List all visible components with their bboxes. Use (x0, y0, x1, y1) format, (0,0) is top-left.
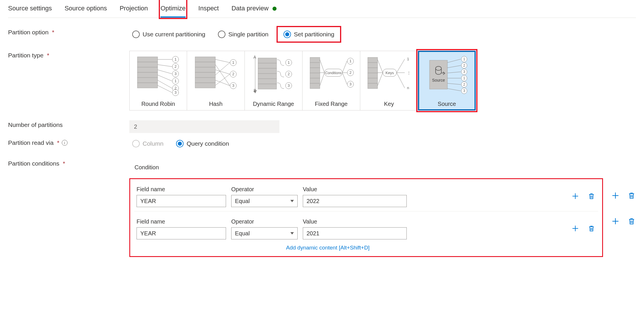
card-round-robin[interactable]: 123 123 Round Robin (129, 51, 187, 110)
card-hash[interactable]: 123 Hash (187, 51, 245, 110)
select-value: Equal (235, 230, 250, 237)
svg-rect-46 (258, 58, 277, 63)
info-icon[interactable]: i (62, 140, 68, 146)
tab-source-settings[interactable]: Source settings (8, 1, 52, 17)
label-number-of-partitions: Number of partitions (8, 120, 129, 128)
svg-rect-4 (137, 78, 158, 83)
radio-label: Use current partitioning (143, 31, 205, 38)
delete-clause-button[interactable] (587, 224, 596, 233)
col-header-value: Value (303, 218, 407, 225)
radio-circle-icon (176, 140, 184, 147)
svg-text:1: 1 (232, 60, 234, 65)
svg-line-64 (320, 60, 324, 73)
col-header-field-name: Field name (137, 218, 226, 225)
status-dot-icon (272, 7, 277, 11)
card-illustration: 123 123 (130, 51, 187, 98)
add-clause-button[interactable] (571, 192, 580, 200)
svg-line-87 (397, 59, 405, 73)
col-header-operator: Operator (231, 186, 298, 193)
svg-line-84 (378, 60, 383, 73)
svg-text:1: 1 (407, 57, 409, 61)
partition-read-via-group: Column Query condition (129, 138, 232, 149)
radio-circle-icon (283, 31, 291, 38)
card-key[interactable]: Keys 1⋮n Key (360, 51, 418, 110)
svg-rect-28 (195, 78, 215, 83)
svg-text:2: 2 (174, 64, 176, 69)
svg-text:A: A (253, 55, 256, 59)
svg-rect-5 (137, 83, 158, 88)
svg-rect-24 (195, 57, 215, 62)
svg-rect-47 (258, 63, 277, 68)
card-fixed-range[interactable]: Conditions 123 Fixed Range (303, 51, 360, 110)
delete-condition-button[interactable] (627, 217, 636, 226)
input-value: YEAR (140, 198, 156, 204)
card-source[interactable]: Source 123 123 (418, 51, 476, 110)
add-clause-button[interactable] (571, 224, 580, 233)
card-illustration: AZ 123 (245, 51, 302, 98)
svg-line-10 (158, 80, 172, 88)
svg-line-11 (158, 85, 172, 93)
tab-label: Data preview (232, 5, 268, 12)
delete-condition-button[interactable] (627, 191, 636, 200)
svg-rect-81 (368, 73, 378, 78)
required-marker: * (63, 160, 65, 167)
value-input[interactable]: 2022 (303, 195, 407, 207)
radio-query-condition[interactable]: Query condition (173, 138, 232, 149)
add-condition-button[interactable] (611, 191, 620, 200)
input-value: 2 (134, 123, 137, 130)
radio-label: Column (143, 140, 163, 147)
label-text: Partition read via (8, 139, 54, 146)
svg-line-67 (342, 61, 347, 73)
svg-text:1: 1 (463, 76, 465, 80)
radio-circle-icon (132, 140, 140, 147)
svg-line-99 (447, 65, 461, 68)
tab-data-preview[interactable]: Data preview (232, 1, 277, 17)
svg-line-7 (158, 65, 172, 67)
required-marker: * (52, 29, 54, 36)
svg-text:2: 2 (349, 70, 351, 75)
svg-rect-80 (368, 68, 378, 73)
card-caption: Hash (209, 98, 223, 110)
svg-text:Z: Z (253, 88, 256, 93)
radio-single-partition[interactable]: Single partition (215, 29, 271, 40)
field-name-input[interactable]: YEAR (137, 195, 226, 207)
tab-projection[interactable]: Projection (120, 1, 148, 17)
label-text: Partition type (8, 52, 44, 59)
tab-inspect[interactable]: Inspect (198, 1, 219, 17)
svg-line-102 (447, 83, 461, 85)
value-input[interactable]: 2021 (303, 227, 407, 239)
svg-rect-25 (195, 62, 215, 67)
delete-clause-button[interactable] (587, 192, 596, 200)
tab-source-options[interactable]: Source options (65, 1, 107, 17)
svg-rect-59 (310, 63, 320, 68)
add-dynamic-content-link[interactable]: Add dynamic content [Alt+Shift+D] (286, 245, 598, 251)
svg-rect-83 (368, 83, 378, 89)
radio-circle-icon (218, 31, 225, 38)
svg-text:3: 3 (463, 70, 465, 74)
input-value: 2022 (307, 198, 320, 204)
radio-set-partitioning[interactable]: Set partitioning (278, 28, 339, 41)
partition-option-group: Use current partitioning Single partitio… (129, 28, 339, 41)
label-partition-conditions: Partition conditions* (8, 159, 129, 167)
svg-text:1: 1 (174, 57, 176, 61)
svg-line-35 (215, 74, 230, 85)
svg-rect-58 (310, 57, 320, 63)
radio-use-current-partitioning[interactable]: Use current partitioning (129, 29, 208, 40)
svg-rect-62 (310, 78, 320, 83)
svg-rect-0 (137, 57, 158, 62)
radio-label: Single partition (228, 31, 268, 38)
svg-rect-79 (368, 63, 378, 68)
required-marker: * (57, 139, 59, 146)
operator-select[interactable]: Equal (231, 227, 298, 239)
svg-line-31 (215, 65, 230, 86)
add-condition-button[interactable] (611, 217, 620, 226)
svg-rect-1 (137, 62, 158, 67)
svg-rect-82 (368, 78, 378, 83)
operator-select[interactable]: Equal (231, 195, 298, 207)
partition-type-cards: 123 123 Round Robin (129, 51, 476, 110)
field-name-input[interactable]: YEAR (137, 227, 226, 239)
card-dynamic-range[interactable]: AZ 123 Dynamic Range (245, 51, 303, 110)
input-value: 2021 (307, 230, 320, 237)
radio-column[interactable]: Column (129, 138, 166, 149)
tab-optimize[interactable]: Optimize (160, 1, 186, 17)
